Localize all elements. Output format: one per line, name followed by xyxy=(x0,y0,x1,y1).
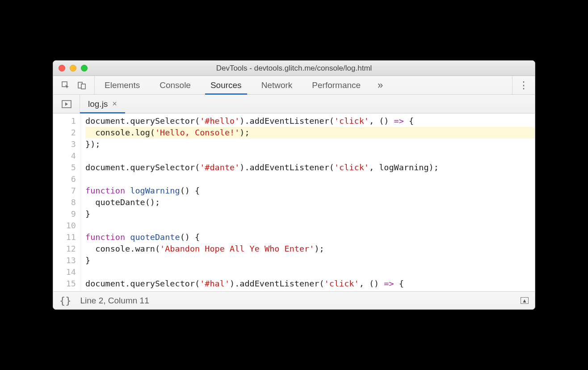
panel-tabs: ElementsConsoleSourcesNetworkPerformance xyxy=(95,76,370,94)
window-title: DevTools - devtools.glitch.me/console/lo… xyxy=(53,64,535,73)
inspect-element-icon[interactable] xyxy=(61,81,70,90)
tab-network[interactable]: Network xyxy=(252,76,302,94)
line-number: 12 xyxy=(53,243,76,255)
line-number: 13 xyxy=(53,255,76,266)
line-number: 1 xyxy=(53,115,76,127)
line-number: 2 xyxy=(53,127,76,139)
toolbar-left xyxy=(53,76,95,94)
line-number-gutter: 123456789101112131415 xyxy=(53,114,81,291)
code-line[interactable]: } xyxy=(85,208,535,220)
devtools-toolbar: ElementsConsoleSourcesNetworkPerformance… xyxy=(53,76,535,95)
window-titlebar: DevTools - devtools.glitch.me/console/lo… xyxy=(53,61,535,76)
line-number: 5 xyxy=(53,162,76,173)
line-number: 9 xyxy=(53,208,76,220)
pretty-print-button[interactable]: {} xyxy=(59,295,71,306)
code-line[interactable]: console.log('Hello, Console!'); xyxy=(85,127,535,139)
minimize-window-button[interactable] xyxy=(70,65,76,71)
code-line[interactable]: } xyxy=(85,255,535,266)
svg-rect-2 xyxy=(81,84,85,89)
line-number: 4 xyxy=(53,150,76,162)
line-number: 6 xyxy=(53,173,76,185)
code-line[interactable]: function logWarning() { xyxy=(85,185,535,197)
chevron-up-icon: ▲ xyxy=(521,297,529,304)
code-line[interactable]: }); xyxy=(85,139,535,150)
code-line[interactable] xyxy=(85,220,535,231)
kebab-menu-icon: ⋮ xyxy=(519,80,529,91)
code-line[interactable] xyxy=(85,266,535,278)
code-line[interactable]: document.querySelector('#dante').addEven… xyxy=(85,162,535,173)
file-tab-label: log.js xyxy=(88,99,108,109)
tab-sources[interactable]: Sources xyxy=(201,76,252,94)
tab-elements[interactable]: Elements xyxy=(95,76,150,94)
device-toolbar-icon[interactable] xyxy=(77,81,86,90)
code-line[interactable]: quoteDante(); xyxy=(85,197,535,208)
file-tab-log-js[interactable]: log.js × xyxy=(80,95,125,113)
code-editor[interactable]: 123456789101112131415 document.querySele… xyxy=(53,114,535,291)
code-line[interactable]: function quoteDante() { xyxy=(85,231,535,243)
show-console-drawer-button[interactable]: ▲ xyxy=(521,297,529,304)
close-icon[interactable]: × xyxy=(112,99,117,109)
editor-statusbar: {} Line 2, Column 11 ▲ xyxy=(53,291,535,309)
line-number: 14 xyxy=(53,266,76,278)
tab-console[interactable]: Console xyxy=(150,76,201,94)
zoom-window-button[interactable] xyxy=(81,65,88,71)
devtools-window: DevTools - devtools.glitch.me/console/lo… xyxy=(53,60,535,310)
traffic-lights xyxy=(59,65,88,71)
code-line[interactable] xyxy=(85,150,535,162)
line-number: 8 xyxy=(53,197,76,208)
more-tabs-button[interactable]: » xyxy=(370,76,390,94)
navigator-toggle-button[interactable] xyxy=(53,95,80,113)
line-number: 11 xyxy=(53,231,76,243)
kebab-menu-button[interactable]: ⋮ xyxy=(512,76,535,94)
cursor-position: Line 2, Column 11 xyxy=(80,296,149,306)
line-number: 10 xyxy=(53,220,76,231)
code-line[interactable]: document.querySelector('#hal').addEventL… xyxy=(85,278,535,290)
code-area[interactable]: document.querySelector('#hello').addEven… xyxy=(81,114,535,291)
tab-performance[interactable]: Performance xyxy=(302,76,370,94)
line-number: 15 xyxy=(53,278,76,290)
code-line[interactable]: document.querySelector('#hello').addEven… xyxy=(85,115,535,127)
line-number: 7 xyxy=(53,185,76,197)
sources-tabstrip: log.js × xyxy=(53,95,535,114)
code-line[interactable]: console.warn('Abandon Hope All Ye Who En… xyxy=(85,243,535,255)
close-window-button[interactable] xyxy=(59,65,65,71)
line-number: 3 xyxy=(53,139,76,150)
code-line[interactable] xyxy=(85,173,535,185)
